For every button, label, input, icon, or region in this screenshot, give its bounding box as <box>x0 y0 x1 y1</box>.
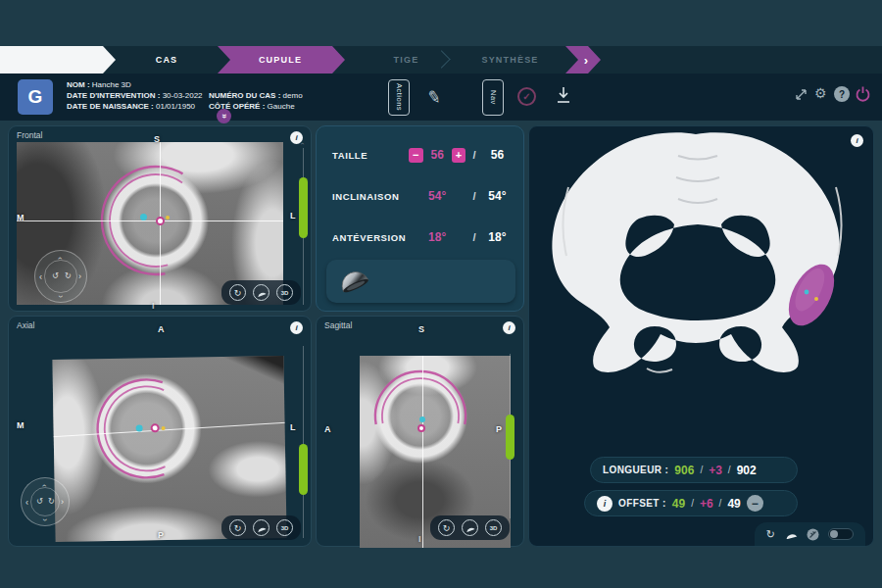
cup-parameters-panel: TAILLE − 56 + / 56 INCLINAISON 54° / 54°… <box>316 125 524 312</box>
sagittal-slice-slider[interactable] <box>506 415 514 460</box>
axial-dpad-right-icon[interactable]: › <box>61 498 64 507</box>
frontal-slice-slider[interactable] <box>299 177 308 238</box>
fullscreen-icon[interactable] <box>794 87 808 102</box>
sagittal-reset-icon[interactable]: ↻ <box>438 519 455 536</box>
visibility-toggle[interactable] <box>828 528 854 540</box>
tab-cupule[interactable]: CUPULE <box>221 46 339 74</box>
frontal-orient-medial: M <box>17 213 24 222</box>
offset-info-icon[interactable]: i <box>597 496 612 512</box>
inclinaison-separator: / <box>466 190 483 202</box>
axial-slice-slider[interactable] <box>299 444 308 495</box>
cup-center-dot-3d <box>805 290 809 295</box>
help-icon[interactable]: ? <box>834 86 850 102</box>
sagittal-crosshair-vertical[interactable] <box>422 356 423 548</box>
next-chevron-icon: › <box>584 53 588 68</box>
frontal-slider-up-icon[interactable]: › <box>299 142 306 144</box>
offset-native-value: 49 <box>727 497 740 511</box>
home-tab[interactable] <box>0 46 116 74</box>
frontal-orient-lateral: L <box>290 211 296 220</box>
axial-view-title: Axial <box>17 320 34 330</box>
side-badge: G <box>18 79 53 115</box>
sagittal-view-panel[interactable]: Sagittal i S A P I ↻ 3D <box>316 316 524 547</box>
frontal-view-title: Frontal <box>17 130 42 140</box>
download-icon[interactable] <box>555 85 572 105</box>
inclinaison-definitive-value: 54° <box>483 189 512 203</box>
frontal-dpad-down-icon[interactable]: › <box>56 295 65 298</box>
longueur-metric-pill: LONGUEUR : 906 / +3 / 902 <box>590 457 798 483</box>
validate-check-icon[interactable]: ✓ <box>517 87 536 106</box>
frontal-dpad-rotate-cw-icon[interactable]: ↻ <box>65 272 72 280</box>
axial-ct-image[interactable] <box>52 356 286 542</box>
axial-orient-anterior: A <box>158 324 165 334</box>
settings-gear-icon[interactable]: ⚙ <box>814 85 827 101</box>
anteversion-row: ANTÉVERSION 18° / 18° <box>332 228 512 246</box>
sagittal-3d-icon[interactable]: 3D <box>485 519 502 536</box>
frontal-dpad-left-icon[interactable]: › <box>39 272 42 281</box>
taille-minus-button[interactable]: − <box>409 148 423 163</box>
implant-selector[interactable] <box>326 260 515 303</box>
offset-decrease-button[interactable]: − <box>747 495 763 512</box>
offset-label: OFFSET : <box>618 498 666 509</box>
tab-synthese[interactable]: SYNTHÈSE <box>459 46 562 74</box>
taille-plus-button[interactable]: + <box>452 148 466 163</box>
frontal-crosshair-horizontal[interactable] <box>17 220 283 221</box>
frontal-dpad-ring <box>44 260 76 292</box>
axial-reset-icon[interactable]: ↻ <box>229 519 246 536</box>
frontal-dpad-rotate-ccw-icon[interactable]: ↺ <box>52 272 59 280</box>
pelvis-3d-view[interactable]: i LONGUEUR : 906 / +3 / 902 i OFFSET : 4… <box>528 125 874 547</box>
patient-name: NOM : Hanche 3D <box>67 80 131 89</box>
axial-cup-icon[interactable] <box>253 519 270 536</box>
axial-info-icon[interactable]: i <box>290 321 303 334</box>
threed-cup-icon[interactable] <box>784 530 798 539</box>
frontal-3d-icon[interactable]: 3D <box>276 284 293 301</box>
sagittal-orient-posterior: P <box>496 424 502 434</box>
axial-tool-cluster: ↻ 3D <box>221 515 301 540</box>
axial-dpad-left-icon[interactable]: › <box>25 498 28 507</box>
nav-button[interactable]: Nav <box>482 79 504 116</box>
anteversion-definitive-value: 18° <box>483 230 512 244</box>
frontal-reset-icon[interactable]: ↻ <box>229 284 246 301</box>
axial-3d-icon[interactable]: 3D <box>276 519 293 536</box>
offset-metric-pill: i OFFSET : 49 / +6 / 49 − <box>584 490 798 516</box>
frontal-dpad-right-icon[interactable]: › <box>78 272 81 281</box>
case-number: NUMÉRO DU CAS : demo <box>209 91 303 100</box>
frontal-rotation-center-dot[interactable] <box>140 214 147 220</box>
axial-dpad-rotate-cw-icon[interactable]: ↻ <box>48 498 55 506</box>
axial-orient-lateral: L <box>290 422 296 432</box>
patient-intervention-date: DATE D'INTERVENTION : 30-03-2022 <box>67 91 203 100</box>
axial-dpad-rotate-ccw-icon[interactable]: ↺ <box>36 498 43 506</box>
axial-dpad[interactable]: › › › › ↺ ↻ <box>21 477 70 526</box>
frontal-dpad[interactable]: › › › › ↺ ↻ <box>34 250 87 303</box>
longueur-label: LONGUEUR : <box>603 465 668 475</box>
frontal-orient-inferior: I <box>152 301 155 311</box>
frontal-cup-icon[interactable] <box>253 284 270 301</box>
axial-view-panel[interactable]: Axial i A M L P › › › › ↺ ↻ ↻ <box>8 316 312 547</box>
expand-patient-info-button[interactable]: » <box>217 109 231 123</box>
sagittal-orient-inferior: I <box>418 534 421 544</box>
sagittal-cup-icon[interactable] <box>462 519 478 536</box>
longueur-native-value: 902 <box>737 464 757 477</box>
actions-button[interactable]: Actions <box>388 79 410 116</box>
frontal-cup-center-dot[interactable] <box>156 217 165 225</box>
sagittal-cup-center-dot[interactable] <box>417 424 425 432</box>
axial-marker-dot <box>162 426 166 430</box>
sagittal-rotation-center-dot[interactable] <box>419 416 425 422</box>
axial-dpad-ring <box>30 487 61 517</box>
tab-cas[interactable]: CAS <box>118 46 216 74</box>
taille-label: TAILLE <box>332 150 409 161</box>
cup-implant-thumbnail <box>336 267 371 296</box>
next-step-button[interactable]: › <box>565 46 601 74</box>
axial-dpad-down-icon[interactable]: › <box>40 518 49 521</box>
power-icon[interactable] <box>855 85 871 102</box>
sagittal-info-icon[interactable]: i <box>503 321 515 334</box>
edit-pencil-icon[interactable]: ✎ <box>421 82 447 111</box>
threed-reset-icon[interactable]: ↻ <box>766 528 775 541</box>
axial-slice-track[interactable] <box>303 346 304 538</box>
axial-dpad-up-icon[interactable]: › <box>40 484 49 487</box>
threed-screw-icon[interactable] <box>807 528 819 541</box>
frontal-view-panel[interactable]: Frontal i S M L I › › › › › ↺ ↻ <box>8 125 312 312</box>
pelvis-3d-model[interactable] <box>529 128 874 432</box>
longueur-planned-value: 906 <box>674 464 694 477</box>
frontal-dpad-up-icon[interactable]: › <box>56 257 65 260</box>
axial-rotation-center-dot[interactable] <box>136 424 143 431</box>
